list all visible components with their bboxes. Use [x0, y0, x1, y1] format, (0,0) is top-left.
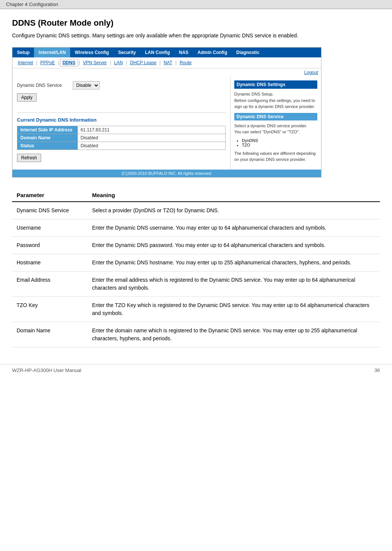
divider1 [17, 112, 226, 113]
param-meaning: Enter the Dynamic DNS username. You may … [88, 219, 380, 236]
sub-nav-internet[interactable]: Internet [15, 59, 35, 66]
nav-bar: Setup Internet/LAN Wireless Config Secur… [12, 48, 321, 57]
chapter-header: Chapter 4 Configuration [0, 0, 392, 9]
sub-nav-sep4: | [110, 60, 111, 65]
sub-nav-ddns[interactable]: DDNS [60, 59, 78, 66]
param-table-row: PasswordEnter the Dynamic DNS password. … [12, 236, 380, 254]
router-ui-screenshot: Setup Internet/LAN Wireless Config Secur… [12, 47, 321, 177]
param-meaning: Enter the email address which is registe… [88, 271, 380, 296]
sub-nav-route[interactable]: Route [177, 59, 194, 66]
param-meaning: Enter the Dynamic DNS password. You may … [88, 236, 380, 254]
help-service-text: Select a dynamic DNS service provider.Yo… [234, 123, 317, 135]
status-value: Disabled [78, 142, 226, 150]
section-description: Configure Dynamic DNS settings. Many set… [12, 32, 380, 40]
info-table: Internet Side IP Address 61.117.83.211 D… [17, 126, 226, 150]
param-meaning: Enter the Dynamic DNS hostname. You may … [88, 254, 380, 271]
ip-address-value: 61.117.83.211 [78, 126, 226, 134]
param-name: Domain Name [12, 322, 88, 347]
section-title: DDNS (Router Mode only) [12, 18, 380, 28]
nav-lan-config[interactable]: LAN Config [140, 48, 174, 57]
meaning-col-header: Meaning [88, 189, 380, 202]
list-item: DynDNS [242, 138, 317, 143]
nav-internet-lan[interactable]: Internet/LAN [34, 48, 70, 57]
param-table: Parameter Meaning Dynamic DNS ServiceSel… [12, 189, 380, 347]
nav-wireless-config[interactable]: Wireless Config [70, 48, 114, 57]
param-table-row: Email AddressEnter the email address whi… [12, 271, 380, 296]
logout-bar: Logout [12, 68, 321, 77]
domain-name-value: Disabled [78, 134, 226, 142]
page-content: DDNS (Router Mode only) Configure Dynami… [0, 9, 392, 357]
table-row: Internet Side IP Address 61.117.83.211 [17, 126, 226, 134]
param-name: Username [12, 219, 88, 236]
sub-nav-sep3: | [79, 60, 80, 65]
param-table-row: Domain NameEnter the domain name which i… [12, 322, 380, 347]
param-meaning: Enter the TZO Key which is registered to… [88, 296, 380, 322]
sub-nav-lan[interactable]: LAN [112, 59, 125, 66]
param-col-header: Parameter [12, 189, 88, 202]
sub-nav: Internet | PPPoE | DDNS | VPN Server | L… [12, 57, 321, 68]
list-item: TZO [242, 143, 317, 147]
sub-nav-sep2: | [58, 60, 59, 65]
help-footer-text: The following values are different depen… [234, 150, 317, 163]
table-row: Status Disabled [17, 142, 226, 150]
help-service-title: Dynamic DNS Service [234, 113, 317, 120]
nav-admin-config[interactable]: Admin Config [193, 48, 232, 57]
refresh-button[interactable]: Refresh [17, 154, 41, 162]
domain-name-label: Domain Name [17, 134, 78, 142]
sub-nav-sep5: | [126, 60, 127, 65]
help-intro-text: Dynamic DNS Setup.Before configuring thi… [234, 91, 317, 110]
param-table-row: TZO KeyEnter the TZO Key which is regist… [12, 296, 380, 322]
dns-service-select[interactable]: Disable [73, 81, 100, 90]
sub-nav-dhcp[interactable]: DHCP Lease [128, 59, 159, 66]
param-meaning: Select a provider (DynDNS or TZO) for Dy… [88, 202, 380, 219]
param-table-row: HostnameEnter the Dynamic DNS hostname. … [12, 254, 380, 271]
router-main: Dynamic DNS Service Disable Apply Curren… [12, 77, 231, 170]
ip-address-label: Internet Side IP Address [17, 126, 78, 134]
param-table-header-row: Parameter Meaning [12, 189, 380, 202]
dns-service-label: Dynamic DNS Service [17, 83, 70, 88]
router-body: Dynamic DNS Service Disable Apply Curren… [12, 77, 321, 170]
router-footer: (C)2000-2010 BUFFALO INC. All rights res… [12, 170, 321, 177]
param-table-row: UsernameEnter the Dynamic DNS username. … [12, 219, 380, 236]
param-name: Hostname [12, 254, 88, 271]
nav-security[interactable]: Security [114, 48, 140, 57]
help-service-list: DynDNS TZO [234, 138, 317, 147]
table-row: Domain Name Disabled [17, 134, 226, 142]
page-footer: WZR-HP-AG300H User Manual 36 [0, 364, 392, 376]
footer-page: 36 [375, 367, 380, 373]
param-name: Password [12, 236, 88, 254]
nav-nas[interactable]: NAS [174, 48, 193, 57]
nav-diagnostic[interactable]: Diagnostic [232, 48, 264, 57]
param-name: TZO Key [12, 296, 88, 322]
sub-nav-sep7: | [175, 60, 177, 65]
footer-model: WZR-HP-AG300H User Manual [12, 367, 81, 373]
nav-setup[interactable]: Setup [12, 48, 34, 57]
sub-nav-sep6: | [160, 60, 161, 65]
sub-nav-vpn[interactable]: VPN Server [81, 59, 109, 66]
param-table-row: Dynamic DNS ServiceSelect a provider (Dy… [12, 202, 380, 219]
logout-link[interactable]: Logout [304, 70, 318, 75]
current-info-title: Current Dynamic DNS Information [17, 117, 226, 123]
apply-button[interactable]: Apply [17, 93, 37, 102]
sub-nav-sep1: | [36, 60, 37, 65]
dns-service-row: Dynamic DNS Service Disable [17, 81, 226, 90]
param-name: Email Address [12, 271, 88, 296]
sub-nav-nat[interactable]: NAT [161, 59, 175, 66]
help-main-title: Dynamic DNS Settings [234, 80, 317, 89]
param-meaning: Enter the domain name which is registere… [88, 322, 380, 347]
router-sidebar: Dynamic DNS Settings Dynamic DNS Setup.B… [231, 77, 321, 170]
sub-nav-pppoe[interactable]: PPPoE [38, 59, 57, 66]
chapter-title: Chapter 4 Configuration [6, 2, 58, 7]
status-label: Status [17, 142, 78, 150]
param-name: Dynamic DNS Service [12, 202, 88, 219]
